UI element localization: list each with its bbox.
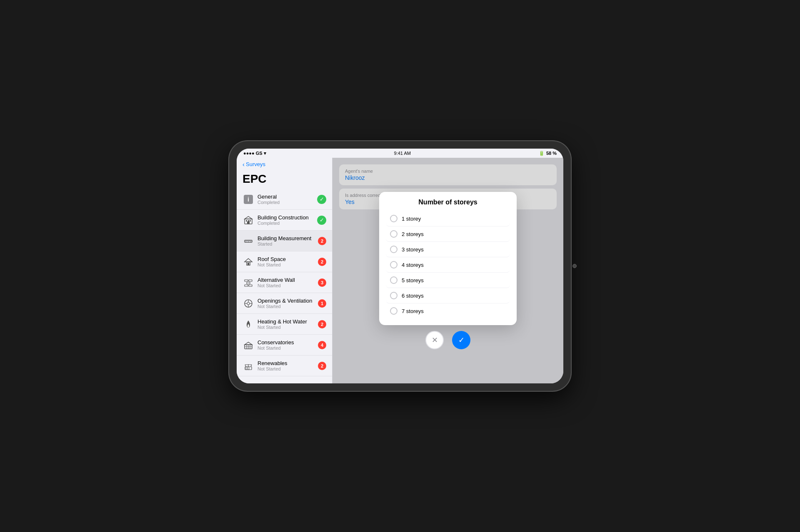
radio-3-icon	[390, 246, 398, 253]
page-title: EPC	[237, 171, 332, 189]
renewables-label: Renewables	[258, 360, 318, 366]
radio-5-icon	[390, 276, 398, 284]
sidebar-item-alternative-wall[interactable]: Alternative Wall Not Started 3	[237, 272, 332, 293]
building-construction-text: Building Construction Completed	[258, 214, 317, 226]
modal-title: Number of storeys	[386, 199, 510, 206]
storey-label-5: 5 storeys	[402, 277, 424, 283]
ventilation-icon	[242, 298, 254, 309]
radio-2-icon	[390, 230, 398, 238]
svg-rect-23	[247, 282, 250, 284]
alternative-wall-sublabel: Not Started	[258, 283, 318, 288]
conservatories-text: Conservatories Not Started	[258, 339, 318, 351]
storey-option-3[interactable]: 3 storeys	[386, 242, 510, 257]
status-left: ●●●● GS ▾	[243, 151, 266, 156]
openings-ventilation-text: Openings & Ventilation Not Started	[258, 298, 318, 309]
ruler-icon	[242, 235, 254, 247]
building-construction-check-icon: ✓	[317, 216, 326, 225]
building-measurement-sublabel: Started	[258, 241, 318, 246]
heating-hot-water-sublabel: Not Started	[258, 325, 318, 330]
wall-icon	[242, 277, 254, 288]
storey-option-4[interactable]: 4 storeys	[386, 257, 510, 273]
svg-rect-20	[244, 278, 253, 287]
sidebar: ‹ Surveys EPC i	[237, 158, 332, 383]
building-measurement-badge: 2	[318, 237, 326, 245]
nav-list: i General Completed ✓	[237, 189, 332, 383]
radio-7-icon	[390, 307, 398, 315]
building-construction-sublabel: Completed	[258, 221, 317, 226]
back-button[interactable]: ‹ Surveys	[242, 161, 326, 167]
alternative-wall-badge: 3	[318, 278, 326, 287]
alternative-wall-label: Alternative Wall	[258, 277, 318, 283]
radio-4-icon	[390, 261, 398, 268]
conservatories-sublabel: Not Started	[258, 346, 318, 351]
svg-rect-40	[248, 367, 249, 370]
openings-ventilation-badge: 1	[318, 299, 326, 308]
sidebar-item-renewables[interactable]: Renewables Not Started 2	[237, 355, 332, 376]
svg-line-43	[251, 365, 252, 367]
building-icon	[242, 214, 254, 226]
content-area: Agent's name Nikrooz Is address correct?…	[332, 158, 563, 383]
storey-option-1[interactable]: 1 storey	[386, 211, 510, 226]
conservatory-icon	[242, 339, 254, 351]
svg-rect-7	[247, 221, 250, 224]
storey-option-2[interactable]: 2 storeys	[386, 226, 510, 242]
renewables-sublabel: Not Started	[258, 366, 318, 371]
renewables-icon	[242, 360, 254, 372]
modal-overlay: Number of storeys 1 storey 2 storeys	[332, 158, 563, 383]
confirm-button[interactable]: ✓	[452, 331, 470, 349]
svg-rect-21	[245, 280, 248, 281]
status-right: 🔋 58 %	[539, 151, 557, 156]
storey-option-7[interactable]: 7 storeys	[386, 303, 510, 318]
info-icon: i	[242, 194, 254, 205]
heating-hot-water-badge: 2	[318, 320, 326, 328]
svg-rect-24	[245, 285, 248, 286]
roof-space-label: Roof Space	[258, 256, 318, 262]
sidebar-item-building-construction[interactable]: Building Construction Completed ✓	[237, 210, 332, 231]
storey-label-6: 6 storeys	[402, 293, 424, 299]
svg-point-27	[247, 302, 250, 305]
storey-option-6[interactable]: 6 storeys	[386, 288, 510, 303]
signal-indicator: ●●●● GS ▾	[243, 151, 266, 156]
svg-marker-33	[245, 342, 252, 345]
heating-hot-water-text: Heating & Hot Water Not Started	[258, 318, 318, 330]
sidebar-item-conservatories[interactable]: Conservatories Not Started 4	[237, 335, 332, 355]
storey-option-5[interactable]: 5 storeys	[386, 273, 510, 288]
svg-text:i: i	[248, 196, 249, 203]
svg-rect-22	[249, 280, 252, 281]
svg-marker-17	[245, 259, 252, 262]
heating-hot-water-label: Heating & Hot Water	[258, 318, 318, 325]
radio-1-icon	[390, 215, 398, 222]
storey-options-list: 1 storey 2 storeys 3 storeys	[386, 211, 510, 318]
cancel-button[interactable]: ✕	[425, 331, 444, 349]
openings-ventilation-label: Openings & Ventilation	[258, 298, 318, 304]
radio-6-icon	[390, 292, 398, 299]
svg-rect-39	[246, 367, 247, 370]
storey-label-7: 7 storeys	[402, 308, 424, 314]
storey-label-2: 2 storeys	[402, 231, 424, 237]
storey-label-1: 1 storey	[402, 216, 421, 222]
sidebar-item-building-measurement[interactable]: Building Measurement Started 2	[237, 231, 332, 251]
conservatories-badge: 4	[318, 341, 326, 349]
modal-actions: ✕ ✓	[425, 331, 470, 349]
building-measurement-label: Building Measurement	[258, 235, 318, 241]
renewables-text: Renewables Not Started	[258, 360, 318, 371]
alternative-wall-text: Alternative Wall Not Started	[258, 277, 318, 288]
status-time: 9:41 AM	[394, 151, 411, 156]
tablet-device: ●●●● GS ▾ 9:41 AM 🔋 58 % ‹ Surveys EPC	[229, 141, 571, 391]
back-label: Surveys	[246, 161, 265, 167]
svg-rect-6	[250, 220, 251, 221]
status-bar: ●●●● GS ▾ 9:41 AM 🔋 58 %	[237, 149, 563, 158]
sidebar-item-openings-ventilation[interactable]: Openings & Ventilation Not Started 1	[237, 293, 332, 314]
conservatories-label: Conservatories	[258, 339, 318, 346]
building-measurement-text: Building Measurement Started	[258, 235, 318, 246]
svg-rect-19	[248, 263, 249, 265]
general-text: General Completed	[258, 194, 317, 205]
back-chevron-icon: ‹	[242, 161, 245, 167]
sidebar-item-general[interactable]: i General Completed ✓	[237, 189, 332, 210]
roof-space-badge: 2	[318, 258, 326, 266]
sidebar-item-roof-space[interactable]: Roof Space Not Started 2	[237, 251, 332, 272]
home-button[interactable]	[572, 264, 577, 268]
battery-percent: 58 %	[546, 151, 557, 156]
sidebar-item-heating-hot-water[interactable]: Heating & Hot Water Not Started 2	[237, 314, 332, 335]
svg-rect-5	[248, 220, 249, 221]
